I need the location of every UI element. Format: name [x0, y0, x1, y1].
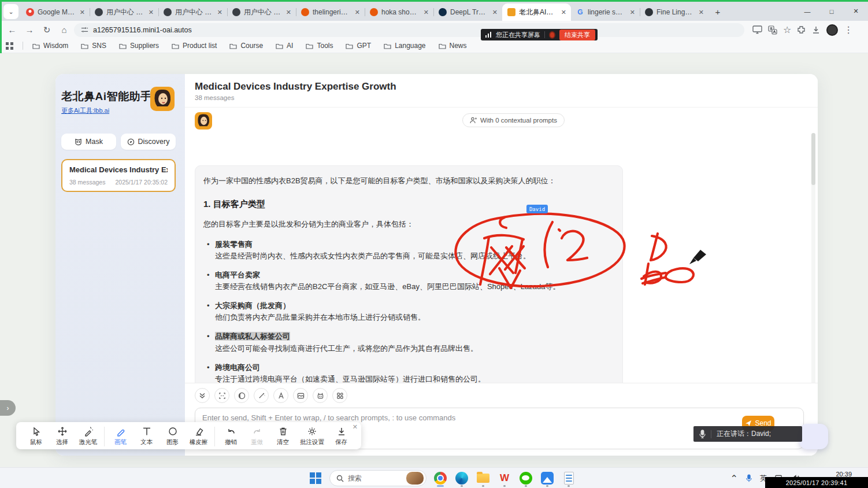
tab-close-icon[interactable]: ✕ — [285, 9, 292, 16]
sidebar-buttons: Mask Discovery — [61, 134, 176, 150]
wps-icon: W — [500, 472, 509, 484]
taskbar-wechat[interactable] — [518, 469, 533, 487]
tab-search-button[interactable]: ⌄ — [3, 4, 18, 19]
bookmark-ai[interactable]: AI — [276, 42, 293, 50]
tab-thelingerieshop[interactable]: thelingerieshop ✕ — [296, 3, 365, 21]
chat-scrollbar-thumb[interactable] — [811, 133, 815, 185]
bookmark-sns[interactable]: SNS — [81, 42, 106, 50]
tool-mouse[interactable]: 鼠标 — [23, 426, 49, 446]
more-tools-link[interactable]: 更多Ai工具:lbb.ai — [61, 106, 109, 115]
bookmark-language[interactable]: Language — [384, 42, 425, 50]
prompt-wand-button[interactable] — [254, 388, 269, 403]
taskbar-blue-app[interactable] — [540, 469, 555, 487]
bookmark-course[interactable]: Course — [229, 42, 263, 50]
url-text[interactable]: a12657915116.mini1-oai.autos — [93, 26, 192, 34]
tool-pen-active[interactable]: 画笔 — [107, 426, 133, 446]
tab-close-icon[interactable]: ✕ — [354, 9, 361, 16]
tray-microphone-icon[interactable] — [746, 474, 752, 482]
back-button[interactable]: ← — [5, 23, 20, 38]
mask-button[interactable]: Mask — [61, 134, 116, 150]
tool-settings[interactable]: 批注设置 — [296, 426, 328, 446]
new-tab-button[interactable]: + — [711, 5, 725, 19]
font-settings-button[interactable] — [273, 388, 288, 403]
taskbar-wps[interactable]: W — [497, 469, 512, 487]
taskbar-explorer[interactable] — [476, 469, 491, 487]
search-highlight-image[interactable] — [406, 472, 424, 485]
bookmark-gpt[interactable]: GPT — [346, 42, 371, 50]
bookmark-tools[interactable]: Tools — [306, 42, 333, 50]
taskbar-edge[interactable] — [454, 469, 469, 487]
profile-avatar[interactable] — [826, 24, 838, 36]
edge-icon — [455, 472, 468, 485]
close-icon[interactable]: ✕ — [353, 423, 358, 431]
chat-list-item[interactable]: Medical Devices Industry Exp... 38 messa… — [61, 159, 176, 192]
tab-close-icon[interactable]: ✕ — [491, 9, 499, 16]
forward-button[interactable]: → — [22, 23, 37, 38]
tab-close-icon[interactable]: ✕ — [629, 9, 636, 16]
emotion-button[interactable] — [214, 388, 229, 403]
message-list: With 0 contextual prompts 作为一家中国的性感内衣B2B… — [185, 108, 818, 383]
reload-button[interactable]: ↻ — [39, 23, 54, 38]
tab-deepl[interactable]: DeepL Translate ✕ — [433, 3, 502, 21]
maximize-button[interactable]: □ — [819, 2, 844, 21]
tab-close-icon[interactable]: ✕ — [698, 9, 705, 16]
minimize-button[interactable]: — — [795, 2, 819, 21]
tab-fine-lingerie[interactable]: Fine Lingerie, Sle ✕ — [640, 3, 709, 21]
tool-laser[interactable]: 激光笔 — [75, 426, 101, 446]
contextual-prompts-button[interactable]: With 0 contextual prompts — [462, 113, 565, 127]
plugins-grid-button[interactable] — [332, 388, 347, 403]
translate-icon[interactable] — [768, 25, 777, 35]
scroll-to-bottom-button[interactable] — [195, 388, 210, 403]
tray-expand-chevron[interactable]: ⌃ — [730, 473, 738, 484]
annotation-toolbar: ✕ 鼠标 选择 激光笔 画笔 文本 图形 橡皮擦 撤销 重做 清空 — [16, 422, 361, 449]
robot-button[interactable] — [313, 388, 328, 403]
tool-save[interactable]: 保存 — [328, 426, 354, 446]
theme-button[interactable] — [234, 388, 249, 403]
taskbar-search[interactable]: 搜索 — [329, 470, 426, 486]
tab-laobeibi-active[interactable]: 老北鼻AI智能助手 ✕ — [502, 3, 571, 21]
image-button[interactable] — [293, 388, 308, 403]
tool-redo[interactable]: 重做 — [244, 426, 270, 446]
bookmark-product-list[interactable]: Product list — [172, 42, 217, 50]
tab-close-icon[interactable]: ✕ — [560, 9, 567, 16]
taskbar-chrome[interactable] — [433, 469, 448, 487]
cast-icon[interactable] — [752, 25, 762, 34]
panel-collapse-toggle[interactable]: › — [0, 400, 16, 416]
close-button[interactable]: ✕ — [844, 2, 868, 21]
tab-close-icon[interactable]: ✕ — [216, 9, 224, 16]
address-bar[interactable]: a12657915116.mini1-oai.autos — [74, 23, 744, 37]
site-settings-icon[interactable] — [81, 26, 88, 34]
menu-kebab-icon[interactable]: ⋮ — [844, 24, 853, 35]
chevron-down-icon: ⌄ — [8, 8, 13, 16]
tool-shape[interactable]: 图形 — [159, 426, 186, 446]
tool-select[interactable]: 选择 — [49, 426, 75, 446]
floating-assistant-widget[interactable] — [799, 424, 828, 449]
extensions-icon[interactable] — [797, 25, 806, 34]
tab-user-center-3[interactable]: 用户中心 - 首页 ✕ — [227, 3, 296, 21]
tool-undo[interactable]: 撤销 — [218, 426, 244, 446]
download-icon[interactable] — [811, 25, 821, 35]
tool-clear[interactable]: 清空 — [270, 426, 296, 446]
sidebar: 老北鼻Ai智能助手 更多Ai工具:lbb.ai Mask Discovery M… — [55, 74, 185, 456]
stop-sharing-button[interactable]: 结束共享 — [559, 29, 595, 40]
tab-close-icon[interactable]: ✕ — [79, 9, 86, 16]
start-button[interactable] — [308, 469, 323, 487]
tab-user-center-2[interactable]: 用户中心 - 首页 ✕ — [158, 3, 227, 21]
tab-user-center-1[interactable]: 用户中心 - 首页 ✕ — [90, 3, 158, 21]
bookmark-suppliers[interactable]: Suppliers — [119, 42, 159, 50]
tab-hoka-shoes[interactable]: hoka shoes: Ove ✕ — [365, 3, 433, 21]
tab-close-icon[interactable]: ✕ — [422, 9, 430, 16]
apps-grid-icon[interactable] — [6, 42, 13, 50]
bookmark-wisdom[interactable]: Wisdom — [32, 42, 68, 50]
home-button[interactable]: ⌂ — [57, 23, 72, 38]
taskbar-notes[interactable] — [561, 469, 576, 487]
tool-eraser[interactable]: 橡皮擦 — [186, 426, 212, 446]
bookmark-news[interactable]: News — [439, 42, 467, 50]
bookmark-star-icon[interactable]: ☆ — [783, 24, 791, 35]
tool-text[interactable]: 文本 — [133, 426, 159, 446]
window-controls: — □ ✕ — [795, 2, 868, 21]
tab-google-maps[interactable]: Google Maps ✕ — [21, 3, 90, 21]
tab-lingerie-shop[interactable]: G lingerie shop - G ✕ — [571, 3, 640, 21]
discovery-button[interactable]: Discovery — [121, 134, 176, 150]
tab-close-icon[interactable]: ✕ — [147, 9, 155, 16]
